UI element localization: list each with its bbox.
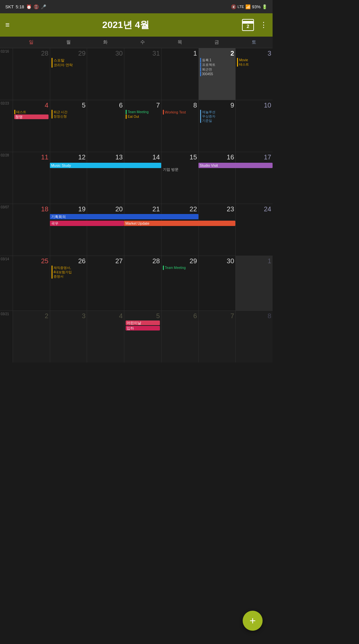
day-num-16: 16	[200, 153, 234, 161]
add-icon: +	[250, 615, 256, 627]
day-cell-14[interactable]: 14	[124, 152, 161, 204]
day-cell-31-mar[interactable]: 31	[124, 48, 161, 100]
day-cell-19[interactable]: 19	[50, 204, 87, 256]
day-cell-29-feb[interactable]: 29 스포탈코리아 연락	[50, 48, 87, 100]
event-test4: 테스트	[14, 110, 49, 114]
day-cell-5-may[interactable]: 5 어린이날 입하	[124, 311, 161, 362]
day-cell-3-apr[interactable]: 3 Movie테스트	[235, 48, 273, 100]
day-cell-3-may[interactable]: 3	[50, 311, 87, 362]
day-cell-2-apr[interactable]: 2 등록 1 프로젝트 퇴근전 300455	[198, 48, 236, 100]
day-num-18: 18	[14, 205, 49, 213]
day-cell-8[interactable]: 8 Working Test	[161, 100, 198, 152]
day-num-11: 11	[14, 153, 49, 161]
day-cell-8-may[interactable]: 8	[235, 311, 273, 362]
day-cell-7-may[interactable]: 7	[198, 311, 236, 362]
day-cell-27[interactable]: 27	[87, 256, 124, 311]
week-label-1: 02/16	[0, 48, 13, 100]
day-cell-13[interactable]: 13	[87, 152, 124, 204]
header-sun: 일	[13, 37, 50, 48]
day-cell-17[interactable]: 17	[235, 152, 273, 204]
day-cell-28-feb[interactable]: 28	[13, 48, 50, 100]
event-leave: 퇴근전	[200, 67, 234, 72]
day-cell-5[interactable]: 5 퇴근 시간정정신청	[50, 100, 87, 152]
day-num-3: 3	[237, 50, 271, 57]
day-num-28: 28	[126, 257, 160, 265]
time-label: 5:18	[16, 4, 24, 9]
week-label-4: 03/07	[0, 204, 13, 256]
day-cell-1-may[interactable]: 1	[235, 256, 273, 311]
event-cheongmyeong: 청명	[14, 114, 49, 119]
day-num-5-may: 5	[126, 312, 160, 320]
day-cell-22[interactable]: 22	[161, 204, 198, 256]
more-options-icon[interactable]: ⋮	[260, 21, 267, 29]
app-header: ≡ 2021년 4월 2 ⋮	[0, 13, 273, 37]
day-num-23: 23	[200, 205, 234, 213]
week-label-3: 02/28	[0, 152, 13, 204]
event-eat-out: Eat Out	[126, 114, 160, 119]
week-row-2: 02/23 4 테스트 청명 5 퇴근 시간정정신청 6 7 Team Meet…	[0, 100, 273, 152]
day-cell-25[interactable]: 25	[13, 256, 50, 311]
day-num-2: 2	[200, 50, 234, 57]
day-num-20: 20	[88, 205, 123, 213]
day-num-25: 25	[14, 257, 49, 265]
day-num-14: 14	[126, 153, 160, 161]
event-planning-meeting: 기획회의	[50, 214, 198, 219]
day-cell-28[interactable]: 28	[124, 256, 161, 311]
misc-icon: 🎤	[41, 4, 46, 9]
day-num-12: 12	[52, 153, 86, 161]
week-label-5: 03/14	[0, 256, 13, 311]
day-cell-30-feb[interactable]: 30	[87, 48, 124, 100]
header-wed: 수	[124, 37, 161, 48]
day-cell-10[interactable]: 10	[235, 100, 273, 152]
day-cell-26[interactable]: 26 재직증명서,4대보험가입증명서	[50, 256, 87, 311]
menu-icon[interactable]: ≡	[5, 21, 10, 29]
day-cell-29[interactable]: 29 Team Meeting	[161, 256, 198, 311]
event-team-meeting-7: Team Meeting	[126, 110, 160, 114]
day-cell-24[interactable]: 24	[235, 204, 273, 256]
day-cell-23[interactable]: 23	[198, 204, 236, 256]
day-num-24: 24	[237, 205, 271, 213]
day-cell-4-may[interactable]: 4	[87, 311, 124, 362]
event-music-study: Music Study	[50, 163, 161, 168]
call-icon: 📵	[34, 4, 39, 9]
day-num-29: 29	[52, 50, 86, 57]
day-cell-4[interactable]: 4 테스트 청명	[13, 100, 50, 152]
lte-label: LTE	[238, 5, 244, 9]
day-cell-16[interactable]: 16	[198, 152, 236, 204]
event-ipha: 입하	[126, 326, 160, 330]
week-row-3: 02/28 11 12 13 14 15 기업 방문 16 17	[0, 152, 273, 204]
day-cell-15[interactable]: 15 기업 방문	[161, 152, 198, 204]
day-cell-9[interactable]: 9 제놀루션무상증자기준일	[198, 100, 236, 152]
day-cell-7[interactable]: 7 Team Meeting Eat Out	[124, 100, 161, 152]
add-event-fab[interactable]: +	[243, 611, 263, 631]
day-num-26: 26	[52, 257, 86, 265]
signal-icon: 📶	[245, 4, 251, 9]
day-cell-11[interactable]: 11	[13, 152, 50, 204]
event-sportals: 스포탈코리아 연락	[52, 58, 86, 68]
day-num-6: 6	[88, 102, 123, 109]
day-num-10: 10	[237, 102, 271, 109]
day-cell-30[interactable]: 30	[198, 256, 236, 311]
day-cell-2-may[interactable]: 2	[13, 311, 50, 362]
day-num-2-may: 2	[14, 312, 49, 320]
day-cell-20[interactable]: 20	[87, 204, 124, 256]
event-movie: Movie테스트	[237, 58, 271, 67]
day-num-21: 21	[126, 205, 160, 213]
day-cell-6[interactable]: 6	[87, 100, 124, 152]
day-num-6-may: 6	[163, 312, 197, 320]
mute-icon: 🔇	[231, 4, 236, 9]
day-cell-6-may[interactable]: 6	[161, 311, 198, 362]
event-corp-visit: 기업 방문	[163, 167, 197, 172]
day-num-8: 8	[163, 102, 197, 109]
week-label-6: 03/21	[0, 311, 13, 362]
calendar-body: 02/16 28 29 스포탈코리아 연락 30 31 1 2 등록 1 프로젝…	[0, 48, 273, 362]
day-cell-21[interactable]: 21	[124, 204, 161, 256]
week-row-4: 03/07 18 19 20 21 22 23 24 기획회의 곡우	[0, 204, 273, 256]
event-childrens-day: 어린이날	[126, 321, 160, 325]
header-sat: 토	[235, 37, 273, 48]
day-cell-12[interactable]: 12	[50, 152, 87, 204]
day-cell-1-apr[interactable]: 1	[161, 48, 198, 100]
goto-today-button[interactable]: 2	[242, 19, 254, 31]
event-project: 프로젝트	[200, 63, 234, 67]
day-cell-18[interactable]: 18	[13, 204, 50, 256]
